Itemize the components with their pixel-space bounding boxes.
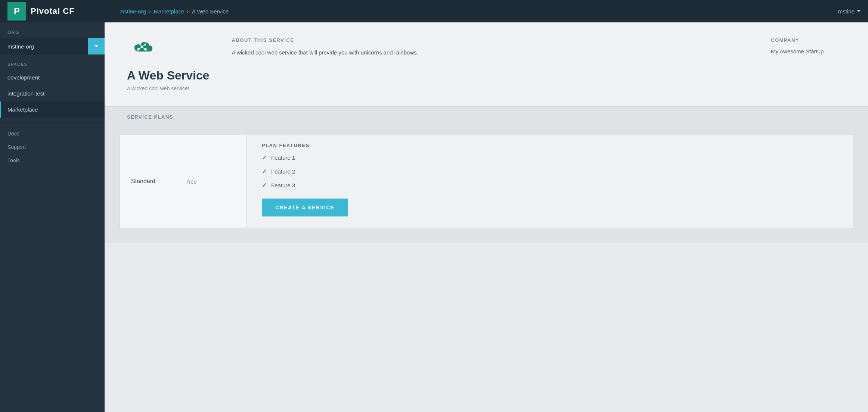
logo-text: Pivotal CF [31,6,75,16]
plan-price: free [187,178,197,185]
breadcrumb-sep-1: > [148,8,152,15]
logo-letter: P [14,6,20,16]
feature-2: Feature 2 [271,168,295,175]
sidebar-link-docs[interactable]: Docs [0,127,105,140]
breadcrumb: mstine-org > Marketplace > A Web Service [112,8,838,15]
top-nav: P Pivotal CF mstine-org > Marketplace > … [0,0,868,22]
check-icon: ✓ [262,154,267,161]
breadcrumb-current: A Web Service [192,8,229,15]
chevron-down-icon [94,45,98,47]
company-heading: COMPANY [771,37,846,43]
logo-bold: CF [63,6,74,16]
breadcrumb-org[interactable]: mstine-org [120,8,146,15]
breadcrumb-marketplace[interactable]: Marketplace [154,8,185,15]
list-item: ✓ Feature 1 [262,154,838,161]
plans-label: SERVICE PLANS [127,114,846,120]
sidebar-item-development[interactable]: development [0,69,105,85]
company-name: My Awesome Startup [771,48,846,54]
user-menu[interactable]: mstine [838,8,861,15]
service-name: A Web Service [127,69,210,82]
plan-name: Standard [131,178,176,185]
plan-features-label: PLAN FEATURES [262,143,838,148]
service-icon-name: A Web Service A wicked cool web service! [127,37,210,91]
user-name: mstine [838,8,855,15]
sidebar-item-integration-test[interactable]: integration-test [0,85,105,102]
sidebar-divider [0,122,105,122]
feature-1: Feature 1 [271,154,295,161]
plan-right: PLAN FEATURES ✓ Feature 1 ✓ Feature 2 ✓ … [247,135,853,228]
spaces-section-label: SPACES [0,56,105,69]
check-icon: ✓ [262,182,267,189]
chevron-down-icon [857,10,861,12]
logo-plain: Pivotal [31,6,63,16]
plans-section: SERVICE PLANS [105,107,868,127]
list-item: ✓ Feature 3 [262,182,838,189]
feature-3: Feature 3 [271,182,295,188]
plan-left: Standard free [120,135,247,228]
org-section-label: ORG [0,22,105,38]
service-header: A Web Service A wicked cool web service!… [105,22,868,107]
service-company: COMPANY My Awesome Startup [771,37,846,54]
list-item: ✓ Feature 2 [262,168,838,175]
service-icon [127,37,210,61]
plans-table-area: Standard free PLAN FEATURES ✓ Feature 1 … [105,127,868,243]
org-dropdown-button[interactable] [88,38,105,54]
logo-area: P Pivotal CF [7,2,112,21]
logo-box: P [7,2,26,21]
main-layout: ORG mstine-org SPACES development integr… [0,22,868,412]
org-name: mstine-org [0,39,88,54]
service-about: ABOUT THIS SERVICE A wicked cool web ser… [232,37,748,57]
sidebar: ORG mstine-org SPACES development integr… [0,22,105,412]
about-text: A wicked cool web service that will prov… [232,48,748,57]
sidebar-item-marketplace[interactable]: Marketplace [0,102,105,118]
create-service-button[interactable]: CREATE A SERVICE [262,199,348,216]
cloud-network-icon [127,37,157,60]
check-icon: ✓ [262,168,267,175]
org-selector: mstine-org [0,38,105,54]
content-area: A Web Service A wicked cool web service!… [105,22,868,412]
sidebar-link-tools[interactable]: Tools [0,154,105,167]
sidebar-link-support[interactable]: Support [0,140,105,154]
about-heading: ABOUT THIS SERVICE [232,37,748,43]
service-tagline: A wicked cool web service! [127,85,210,91]
table-row: Standard free PLAN FEATURES ✓ Feature 1 … [120,135,853,228]
breadcrumb-sep-2: > [186,8,190,15]
